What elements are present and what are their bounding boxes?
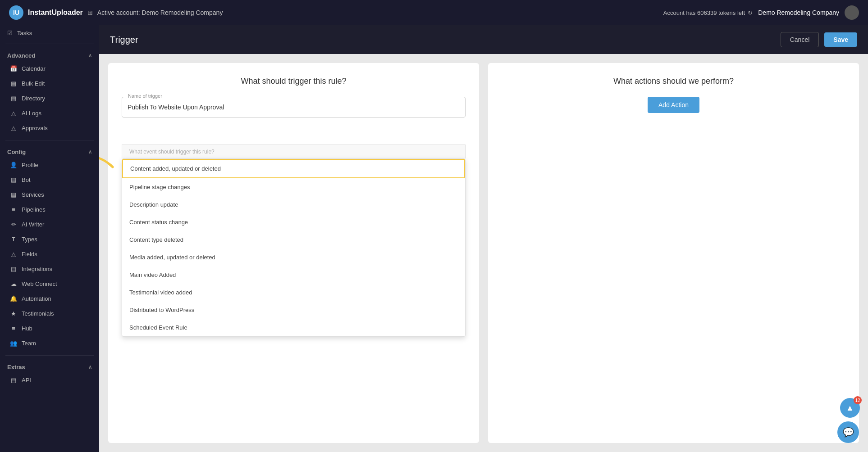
dropdown-option-text: Content status change (129, 219, 188, 226)
dropdown-header-item: What event should trigger this rule? (122, 145, 466, 158)
types-icon: T (10, 235, 17, 243)
services-icon: ▤ (10, 191, 17, 198)
dropdown-option-text: Testimonial video added (129, 289, 192, 296)
calendar-icon: 📅 (10, 65, 17, 72)
bot-icon: ▤ (10, 176, 17, 183)
name-of-trigger-field: Name of trigger (122, 97, 466, 118)
sidebar-item-label: Services (22, 191, 44, 198)
testimonials-icon: ★ (10, 310, 17, 317)
dropdown-option-media-added[interactable]: Media added, updated or deleted (122, 249, 465, 266)
dropdown-option-scheduled-event[interactable]: Scheduled Event Rule (122, 319, 465, 336)
sidebar-item-hub[interactable]: ≡ Hub (3, 321, 96, 335)
avatar[interactable] (845, 5, 859, 20)
dropdown-option-content-type-deleted[interactable]: Content type deleted (122, 231, 465, 249)
sidebar-item-label: Hub (22, 325, 32, 332)
sidebar-item-label: Testimonials (22, 310, 54, 317)
name-of-trigger-label: Name of trigger (126, 93, 164, 99)
dropdown-option-main-video[interactable]: Main video Added (122, 266, 465, 284)
section-advanced-label: Advanced (7, 52, 35, 59)
sidebar-item-label: Web Connect (22, 280, 57, 287)
cancel-button[interactable]: Cancel (781, 32, 819, 47)
sidebar-item-bulk-edit[interactable]: ▤ Bulk Edit (3, 76, 96, 90)
dropdown-option-distributed-wordpress[interactable]: Distributed to WordPress (122, 301, 465, 319)
pin-icon[interactable]: ⊞ (87, 9, 93, 16)
event-dropdown-container: What event should trigger this rule? Con… (122, 145, 466, 158)
dropdown-option-text: Scheduled Event Rule (129, 324, 187, 331)
sidebar-item-automation[interactable]: 🔔 Automation (3, 291, 96, 306)
notification-badge: 12 (854, 396, 862, 404)
sidebar-item-label: Integrations (22, 266, 52, 272)
sidebar-item-profile[interactable]: 👤 Profile (3, 158, 96, 172)
section-advanced-header[interactable]: Advanced ∧ (0, 49, 99, 61)
sidebar-item-tasks[interactable]: ☑ Tasks (0, 25, 99, 41)
hub-icon: ≡ (10, 325, 17, 332)
active-account-label: Active account: Demo Remodeling Company (97, 9, 223, 16)
add-action-button[interactable]: Add Action (648, 97, 699, 113)
trigger-left-panel: What should trigger this rule? Name of t… (108, 63, 479, 443)
sidebar-item-label: Pipelines (22, 206, 46, 213)
chevron-up-icon: ∧ (88, 364, 92, 370)
sidebar-item-types[interactable]: T Types (3, 232, 96, 246)
sidebar-item-label: Profile (22, 162, 38, 168)
section-config: Config ∧ 👤 Profile ▤ Bot ▤ Services ≡ Pi… (0, 143, 99, 353)
name-of-trigger-input[interactable] (122, 97, 466, 118)
section-extras-header[interactable]: Extras ∧ (0, 360, 99, 372)
sidebar-item-api[interactable]: ▤ API (3, 373, 96, 387)
dropdown-option-text: Description update (129, 201, 178, 208)
sidebar-item-label: Automation (22, 295, 51, 302)
trigger-header: Trigger Cancel Save (99, 25, 868, 54)
api-icon: ▤ (10, 376, 17, 384)
company-name: Demo Remodeling Company (758, 9, 839, 16)
scroll-to-top[interactable]: 12 ▲ (840, 398, 860, 418)
sidebar-item-directory[interactable]: ▤ Directory (3, 91, 96, 105)
content-area: Trigger Cancel Save What should trigger … (99, 25, 868, 452)
save-button[interactable]: Save (824, 32, 857, 47)
main-layout: ☑ Tasks Advanced ∧ 📅 Calendar ▤ Bulk Edi… (0, 25, 868, 452)
dropdown-option-text: Media added, updated or deleted (129, 254, 215, 261)
sidebar-item-fields[interactable]: △ Fields (3, 247, 96, 261)
sidebar-item-bot[interactable]: ▤ Bot (3, 172, 96, 187)
sidebar-item-team[interactable]: 👥 Team (3, 336, 96, 350)
header-right: Account has 606339 tokens left ↻ Demo Re… (663, 5, 859, 20)
dropdown-list[interactable]: Content added, updated or deleted Pipeli… (122, 158, 466, 337)
dropdown-option-text: Main video Added (129, 271, 176, 278)
tasks-icon: ☑ (7, 30, 13, 36)
sidebar-item-label: Directory (22, 95, 45, 102)
sidebar-item-calendar[interactable]: 📅 Calendar (3, 61, 96, 76)
chat-bubble[interactable]: 💬 (837, 421, 859, 443)
pipelines-icon: ≡ (10, 206, 17, 213)
sidebar-item-label: Calendar (22, 65, 46, 72)
sidebar-item-label: AI Writer (22, 221, 44, 228)
sidebar: ☑ Tasks Advanced ∧ 📅 Calendar ▤ Bulk Edi… (0, 25, 99, 452)
sidebar-item-label: API (22, 377, 31, 384)
approvals-icon: △ (10, 124, 17, 131)
sidebar-item-label: Types (22, 236, 37, 243)
integrations-icon: ▤ (10, 265, 17, 272)
trigger-title: Trigger (110, 35, 138, 45)
section-config-header[interactable]: Config ∧ (0, 145, 99, 157)
section-config-label: Config (7, 149, 26, 155)
trigger-actions: Cancel Save (781, 32, 857, 47)
ai-logs-icon: △ (10, 109, 17, 117)
chevron-up-icon: ∧ (88, 53, 92, 59)
sidebar-item-pipelines[interactable]: ≡ Pipelines (3, 202, 96, 217)
dropdown-option-testimonial-video[interactable]: Testimonial video added (122, 284, 465, 301)
dropdown-option-content-status[interactable]: Content status change (122, 213, 465, 231)
sidebar-item-label: Bot (22, 176, 31, 183)
header-left: IU InstantUploader ⊞ Active account: Dem… (9, 5, 223, 20)
sidebar-item-integrations[interactable]: ▤ Integrations (3, 262, 96, 276)
sidebar-item-approvals[interactable]: △ Approvals (3, 121, 96, 135)
right-panel-heading: What actions should we perform? (613, 77, 734, 86)
dropdown-option-description-update[interactable]: Description update (122, 196, 465, 213)
sidebar-item-ai-writer[interactable]: ✏ AI Writer (3, 217, 96, 231)
dropdown-option-pipeline-stage[interactable]: Pipeline stage changes (122, 178, 465, 196)
dropdown-section: What event should trigger this rule? Con… (122, 145, 466, 158)
refresh-icon[interactable]: ↻ (748, 9, 753, 16)
dropdown-option-content-added[interactable]: Content added, updated or deleted (122, 159, 465, 178)
sidebar-item-ai-logs[interactable]: △ AI Logs (3, 106, 96, 120)
sidebar-item-label: AI Logs (22, 110, 41, 117)
sidebar-item-testimonials[interactable]: ★ Testimonials (3, 306, 96, 321)
token-info: Account has 606339 tokens left ↻ (663, 9, 753, 16)
sidebar-item-web-connect[interactable]: ☁ Web Connect (3, 276, 96, 291)
sidebar-item-services[interactable]: ▤ Services (3, 187, 96, 202)
